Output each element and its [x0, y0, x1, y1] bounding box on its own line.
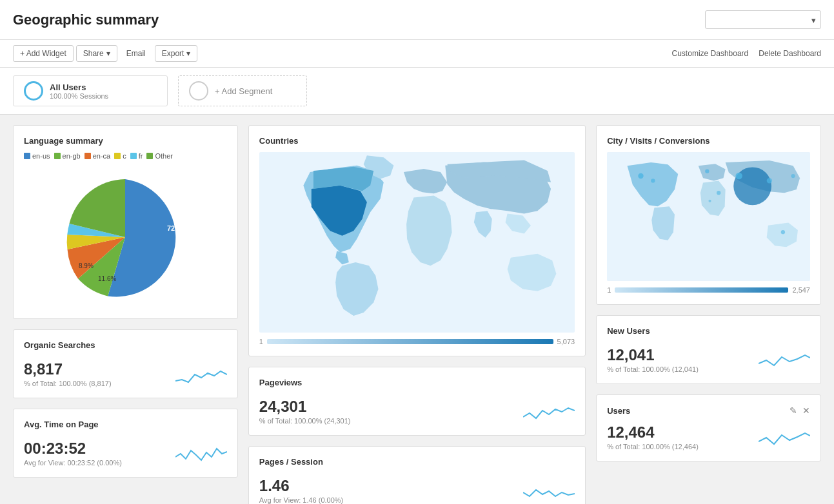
legend-label-engb: en-gb: [63, 152, 81, 160]
pageviews-title: Pageviews: [259, 378, 575, 387]
share-button[interactable]: Share ▾: [76, 45, 117, 62]
legend-item-enca: en-ca: [84, 152, 111, 160]
export-label: Export: [162, 49, 184, 58]
pageviews-inner: 24,301 % of Total: 100.00% (24,301): [259, 394, 575, 425]
legend-item-c: c: [114, 152, 126, 160]
pageviews-sparkline: [523, 399, 575, 425]
avg-time-title: Avg. Time on Page: [24, 420, 227, 429]
language-summary-card: Language summary en-us en-gb en-ca c: [13, 125, 238, 319]
organic-searches-card: Organic Searches 8,817 % of Total: 100.0…: [13, 329, 238, 398]
users-sub: % of Total: 100.00% (12,464): [607, 443, 699, 451]
pages-per-session-inner: 1.46 Avg for View: 1.46 (0.00%): [259, 473, 575, 504]
new-users-data: 12,041 % of Total: 100.00% (12,041): [607, 342, 699, 373]
all-users-circle: [24, 81, 43, 101]
email-button[interactable]: Email: [120, 46, 152, 61]
legend-item-fr: fr: [130, 152, 143, 160]
city-scale-min: 1: [607, 286, 611, 294]
pages-per-session-title: Pages / Session: [259, 457, 575, 467]
users-card-actions: ✎ ✕: [789, 405, 810, 416]
view-dropdown-wrap[interactable]: [705, 10, 821, 29]
legend-label-fr: fr: [139, 152, 143, 160]
pages-per-session-sparkline-svg: [523, 478, 575, 504]
legend-dot-enca: [84, 153, 91, 159]
avg-time-data: 00:23:52 Avg for View: 00:23:52 (0.00%): [24, 436, 122, 467]
pageviews-card: Pageviews 24,301 % of Total: 100.00% (24…: [248, 367, 586, 436]
language-legend: en-us en-gb en-ca c fr: [24, 152, 227, 160]
legend-item-other: Other: [146, 152, 173, 160]
export-chevron-icon: ▾: [186, 49, 190, 58]
pages-per-session-sparkline: [523, 478, 575, 504]
legend-item-enus: en-us: [24, 152, 50, 160]
legend-label-enca: en-ca: [93, 152, 111, 160]
city-dot-6: [781, 230, 785, 234]
customize-dashboard-button[interactable]: Customize Dashboard: [672, 49, 749, 58]
new-users-card: New Users 12,041 % of Total: 100.00% (12…: [596, 315, 821, 384]
pie-label-engb: 11.6%: [98, 275, 116, 282]
organic-searches-sparkline-svg: [175, 362, 227, 387]
segment-name: All Users: [50, 82, 108, 92]
countries-scale: 1 5,073: [259, 338, 575, 345]
new-users-sparkline: [759, 347, 810, 373]
top-header: Geographic summary: [0, 0, 834, 40]
pie-label-enca: 8.9%: [79, 262, 94, 269]
legend-dot-other: [146, 153, 153, 159]
add-segment-circle: [189, 81, 208, 101]
pages-per-session-sub: Avg for View: 1.46 (0.00%): [259, 496, 343, 504]
segment-info: All Users 100.00% Sessions: [50, 82, 108, 100]
add-segment-button[interactable]: + Add Segment: [178, 75, 307, 106]
users-inner: 12,464 % of Total: 100.00% (12,464): [607, 420, 810, 451]
toolbar-right: Customize Dashboard Delete Dashboard: [672, 49, 821, 58]
language-summary-title: Language summary: [24, 136, 227, 146]
new-users-title: New Users: [607, 326, 810, 336]
add-segment-label: + Add Segment: [215, 86, 272, 96]
legend-dot-fr: [130, 153, 137, 159]
legend-label-other: Other: [155, 152, 173, 160]
legend-dot-c: [114, 153, 121, 159]
users-close-button[interactable]: ✕: [802, 405, 810, 416]
pages-per-session-value: 1.46: [259, 477, 343, 495]
delete-dashboard-button[interactable]: Delete Dashboard: [759, 49, 821, 58]
pages-per-session-data: 1.46 Avg for View: 1.46 (0.00%): [259, 473, 343, 504]
countries-scale-min: 1: [259, 338, 263, 345]
share-chevron-icon: ▾: [106, 49, 110, 58]
city-map: [607, 152, 810, 281]
pageviews-data: 24,301 % of Total: 100.00% (24,301): [259, 394, 351, 425]
new-users-value: 12,041: [607, 346, 699, 364]
countries-card: Countries: [248, 125, 586, 356]
export-button[interactable]: Export ▾: [155, 45, 198, 62]
page-title: Geographic summary: [13, 12, 159, 28]
city-visits-card: City / Visits / Conversions: [596, 125, 821, 305]
city-scale-max: 2,547: [792, 286, 810, 294]
users-card-header: Users ✎ ✕: [607, 405, 810, 416]
avg-time-value: 00:23:52: [24, 440, 122, 458]
countries-map: [259, 152, 575, 333]
users-sparkline: [759, 425, 810, 451]
pageviews-sub: % of Total: 100.00% (24,301): [259, 417, 351, 425]
add-widget-button[interactable]: + Add Widget: [13, 45, 74, 62]
pageviews-value: 24,301: [259, 398, 351, 416]
right-column: City / Visits / Conversions: [596, 125, 821, 504]
dashboard-grid: Language summary en-us en-gb en-ca c: [0, 115, 834, 504]
organic-searches-data: 8,817 % of Total: 100.00% (8,817): [24, 356, 112, 387]
city-visits-title: City / Visits / Conversions: [607, 136, 810, 146]
countries-title: Countries: [259, 136, 575, 146]
users-sparkline-svg: [759, 425, 810, 451]
city-scale-bar: [615, 287, 788, 293]
organic-searches-sub: % of Total: 100.00% (8,817): [24, 380, 112, 387]
pie-chart: 72.4% 11.6% 8.9%: [61, 173, 190, 302]
countries-scale-bar: [267, 339, 553, 344]
header-right: [705, 10, 821, 29]
segments-bar: All Users 100.00% Sessions + Add Segment: [0, 68, 834, 115]
avg-time-inner: 00:23:52 Avg for View: 00:23:52 (0.00%): [24, 436, 227, 467]
middle-column: Countries: [248, 125, 586, 504]
organic-searches-inner: 8,817 % of Total: 100.00% (8,817): [24, 356, 227, 387]
view-dropdown[interactable]: [705, 10, 821, 29]
left-column: Language summary en-us en-gb en-ca c: [13, 125, 238, 504]
users-edit-button[interactable]: ✎: [789, 405, 797, 416]
city-dot-2: [651, 179, 655, 182]
city-dot-9: [791, 174, 795, 178]
city-dot-8: [709, 200, 711, 202]
legend-item-engb: en-gb: [54, 152, 81, 160]
toolbar: + Add Widget Share ▾ Email Export ▾ Cust…: [0, 40, 834, 68]
pie-label-enus: 72.4%: [167, 224, 187, 232]
